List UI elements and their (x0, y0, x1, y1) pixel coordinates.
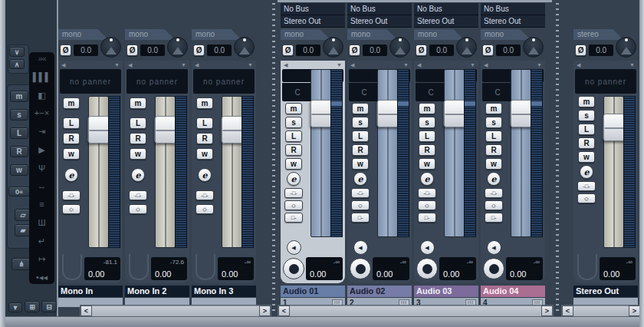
write-automation-button[interactable]: w (130, 148, 146, 160)
input-gain-value[interactable]: 0.0 (496, 45, 521, 56)
input-routing[interactable]: No Bus (481, 3, 545, 15)
eq-bypass-button[interactable]: ◇ (485, 200, 503, 210)
edit-channel-button[interactable]: e (353, 172, 367, 186)
input-section-scrollbar[interactable]: < > (80, 305, 271, 317)
channel-name[interactable]: Audio 03 (414, 286, 478, 297)
listen-left-button[interactable]: L (130, 117, 146, 129)
input-gain-knob[interactable] (456, 37, 477, 58)
edit-channel-button[interactable]: e (64, 168, 78, 182)
keys-icon[interactable]: Ш (38, 219, 45, 227)
level-display[interactable]: -∞ 0.00 (218, 257, 254, 280)
fader-handle[interactable] (310, 100, 332, 127)
output-routing[interactable]: Stereo Out (347, 15, 412, 28)
channel-config-tab[interactable]: mono (58, 29, 108, 40)
output-routing[interactable]: Stereo Out (281, 15, 345, 28)
fader-track[interactable] (222, 96, 242, 248)
tuning-fork-icon[interactable]: Ψ (38, 164, 45, 173)
panner-menu-arrow-icon[interactable]: ▼ (114, 62, 120, 68)
input-gain-knob[interactable] (167, 37, 188, 58)
input-routing[interactable]: No Bus (281, 3, 345, 15)
phase-button[interactable]: Ø (416, 45, 427, 56)
channel-name[interactable]: Audio 04 (481, 286, 545, 297)
input-gain-value[interactable]: 0.0 (140, 45, 165, 56)
fader-track[interactable] (377, 69, 398, 237)
output-section-scrollbar[interactable]: < > (561, 305, 641, 317)
record-enable-button[interactable] (416, 258, 438, 279)
listen-right-button[interactable]: R (485, 144, 502, 156)
monitor-button[interactable]: ◀ (487, 240, 501, 255)
solo-button[interactable]: s (352, 117, 369, 128)
channel-name[interactable]: Stereo Out (573, 286, 638, 297)
channel-config-tab[interactable]: mono (281, 29, 330, 40)
solo-button[interactable]: s (485, 117, 502, 128)
global-solo-button[interactable]: s (10, 109, 28, 121)
monitor-button[interactable]: ◀ (353, 240, 368, 255)
solo-button[interactable]: s (285, 117, 302, 128)
pan-left-arrow-icon[interactable]: ◀ (195, 62, 199, 68)
fader-track[interactable] (310, 69, 331, 237)
exit-arrow-icon[interactable]: ↦ (38, 255, 45, 263)
monitor-button[interactable]: ◀ (420, 240, 435, 255)
fader-track[interactable] (444, 69, 465, 237)
phase-button[interactable]: Ø (282, 45, 294, 56)
listen-left-button[interactable]: L (63, 117, 80, 129)
sends-bypass-button[interactable]: □- (351, 213, 370, 223)
global-write-button[interactable]: w (10, 164, 28, 176)
input-routing[interactable]: No Bus (414, 3, 478, 15)
input-gain-value[interactable]: 0.0 (589, 45, 613, 56)
width-arrows-icon[interactable]: ↔ (38, 182, 46, 190)
listen-right-button[interactable]: R (130, 133, 146, 144)
eq-bypass-button[interactable]: ◇ (62, 204, 80, 214)
listen-left-button[interactable]: L (578, 124, 595, 135)
scroll-right-button[interactable]: > (259, 306, 271, 316)
sends-bypass-button[interactable]: □- (485, 213, 503, 223)
collapse-panel-button[interactable]: ∨ (9, 47, 25, 57)
dots-rewind-icon[interactable]: •◂◂ (36, 273, 48, 282)
write-automation-button[interactable]: w (285, 158, 302, 170)
fader-handle[interactable] (376, 100, 399, 127)
scroll-left-button[interactable]: < (278, 306, 290, 316)
edit-channel-button[interactable]: e (580, 165, 593, 179)
listen-left-button[interactable]: L (196, 117, 213, 129)
global-read-button[interactable]: R (10, 146, 28, 157)
listen-right-button[interactable]: R (578, 137, 595, 149)
mute-button[interactable]: m (130, 97, 146, 109)
channel-config-tab[interactable]: stereo (573, 29, 623, 40)
fader-track[interactable] (511, 69, 531, 237)
input-gain-value[interactable]: 0.0 (296, 45, 320, 56)
eq-bypass-button[interactable]: ◇ (418, 200, 436, 210)
insert-bypass-button[interactable]: -□- (129, 190, 147, 200)
input-gain-value[interactable]: 0.0 (363, 45, 387, 56)
edit-channel-button[interactable]: e (287, 172, 301, 186)
window-panes-icon[interactable]: ◧ (38, 91, 45, 100)
scroll-right-button[interactable]: > (629, 306, 640, 316)
panner-menu-arrow-icon[interactable]: ▼ (537, 62, 542, 68)
add-subtract-icon[interactable]: +−× (34, 109, 49, 117)
eq-bypass-button[interactable]: ◇ (129, 204, 147, 214)
pan-value[interactable]: C (416, 83, 446, 101)
pan-left-arrow-icon[interactable]: ◀ (350, 62, 354, 68)
fader-handle[interactable] (510, 100, 532, 127)
write-automation-button[interactable]: w (352, 158, 369, 170)
level-lines-icon[interactable]: ≡ (39, 200, 44, 209)
input-gain-knob[interactable] (523, 37, 544, 58)
pan-left-arrow-icon[interactable]: ◀ (284, 62, 288, 68)
pan-left-arrow-icon[interactable]: ◀ (61, 62, 65, 68)
mute-button[interactable]: m (63, 97, 80, 109)
section-divider[interactable] (554, 0, 561, 316)
listen-right-button[interactable]: R (196, 133, 213, 144)
level-display[interactable]: -∞ 0.00 (439, 257, 476, 280)
global-mute-button[interactable]: m (10, 91, 28, 102)
fader-track[interactable] (603, 96, 624, 248)
solo-button[interactable]: s (578, 110, 595, 121)
level-display[interactable]: -∞ 0.00 (506, 257, 543, 280)
pan-left-arrow-icon[interactable]: ◀ (417, 62, 421, 68)
mixer-view-icon[interactable]: ▌▌▌ (33, 73, 51, 81)
phase-button[interactable]: Ø (575, 45, 586, 56)
reset-mixer-button[interactable]: 0« (8, 187, 30, 197)
mute-button[interactable]: m (419, 103, 435, 114)
level-display[interactable]: -∞ 0.00 (600, 257, 636, 280)
level-display[interactable]: -∞ 0.00 (306, 257, 343, 280)
fader-handle[interactable] (603, 114, 625, 141)
expand-panel-button[interactable]: ∧ (9, 59, 25, 69)
